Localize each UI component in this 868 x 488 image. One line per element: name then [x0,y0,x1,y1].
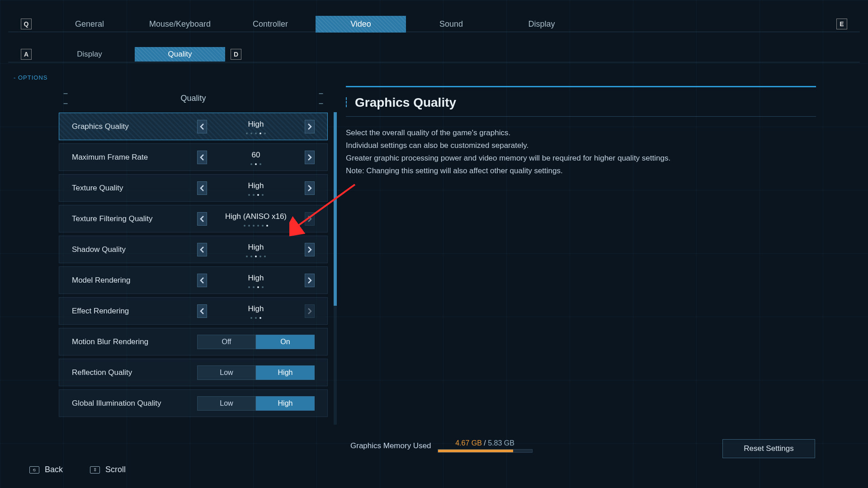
setting-row[interactable]: Texture Filtering QualityHigh (ANISO x16… [59,205,328,232]
decrease-arrow[interactable] [197,304,207,318]
setting-label: Texture Quality [72,184,197,193]
setting-value: High [207,181,305,190]
decrease-arrow[interactable] [197,243,207,256]
tab-display[interactable]: Display [496,16,587,33]
setting-row[interactable]: Reflection QualityLowHigh [59,359,328,386]
increase-arrow[interactable] [305,243,315,256]
info-description: Select the overall quality of the game's… [346,127,816,177]
setting-row[interactable]: Shadow QualityHigh [59,236,328,263]
next-subtab-key: D [231,49,241,60]
setting-value: High [207,120,305,129]
memory-bar [438,449,533,453]
setting-row[interactable]: Global Illumination QualityLowHigh [59,389,328,417]
increase-arrow[interactable] [305,212,315,226]
next-tab-key: E [836,19,847,29]
setting-value: High [207,243,305,252]
decrease-arrow[interactable] [197,120,207,133]
tab-mouse-keyboard[interactable]: Mouse/Keyboard [135,16,225,33]
tab-sound[interactable]: Sound [406,16,496,33]
prev-tab-key: Q [21,19,32,29]
graphics-memory-indicator: Graphics Memory Used 4.67 GB / 5.83 GB [350,439,533,453]
toggle-option[interactable]: Off [197,335,256,349]
decrease-arrow[interactable] [197,212,207,226]
decrease-arrow[interactable] [197,274,207,287]
esc-key-icon: ⎋ [29,466,39,474]
tab-controller[interactable]: Controller [225,16,316,33]
toggle-option[interactable]: High [256,396,315,411]
setting-row[interactable]: Effect RenderingHigh [59,297,328,325]
decrease-arrow[interactable] [197,151,207,164]
setting-label: Global Illumination Quality [72,399,197,408]
scrollbar-thumb[interactable] [334,112,337,306]
setting-value: High [207,304,305,313]
memory-label: Graphics Memory Used [350,441,431,450]
setting-label: Graphics Quality [72,122,197,131]
decrease-arrow[interactable] [197,181,207,195]
increase-arrow[interactable] [305,151,315,164]
scrollbar[interactable] [334,112,337,425]
increase-arrow[interactable] [305,181,315,195]
increase-arrow[interactable] [305,274,315,287]
tab-general[interactable]: General [44,16,135,33]
setting-label: Texture Filtering Quality [72,214,197,223]
breadcrumb: OPTIONS [14,74,47,81]
back-hint: ⎋ Back [29,465,63,474]
setting-value: High [207,274,305,283]
setting-label: Maximum Frame Rate [72,153,197,162]
section-header: –– Quality –– [59,86,328,111]
subtab-quality[interactable]: Quality [135,47,225,62]
toggle-option[interactable]: On [256,335,315,349]
setting-label: Reflection Quality [72,368,197,377]
setting-row[interactable]: Texture QualityHigh [59,174,328,202]
setting-row[interactable]: Motion Blur RenderingOffOn [59,328,328,355]
setting-value: High (ANISO x16) [207,212,305,221]
toggle-option[interactable]: High [256,365,315,380]
section-title: Quality [180,94,206,103]
mouse-scroll-icon: ⇳ [90,466,100,474]
info-title: Graphics Quality [346,95,816,117]
setting-row[interactable]: Model RenderingHigh [59,266,328,294]
subtab-display[interactable]: Display [44,47,135,62]
footer-hints: ⎋ Back ⇳ Scroll [29,465,126,474]
setting-label: Shadow Quality [72,245,197,254]
info-panel: Graphics Quality Select the overall qual… [346,86,816,425]
settings-panel: –– Quality –– Graphics QualityHighMaximu… [59,86,328,425]
scroll-hint: ⇳ Scroll [90,465,126,474]
reset-settings-button[interactable]: Reset Settings [722,439,815,458]
setting-label: Effect Rendering [72,307,197,316]
setting-label: Motion Blur Rendering [72,337,197,346]
increase-arrow[interactable] [305,304,315,318]
setting-label: Model Rendering [72,276,197,285]
memory-total: 5.83 GB [488,439,514,447]
toggle-option[interactable]: Low [197,365,256,380]
tab-video[interactable]: Video [316,16,406,33]
setting-row[interactable]: Graphics QualityHigh [59,113,328,140]
sub-tab-bar: A DisplayQuality D [8,47,860,62]
increase-arrow[interactable] [305,120,315,133]
toggle-option[interactable]: Low [197,396,256,411]
memory-used: 4.67 GB [455,439,482,447]
setting-value: 60 [207,151,305,160]
top-tab-bar: Q GeneralMouse/KeyboardControllerVideoSo… [8,16,860,32]
setting-row[interactable]: Maximum Frame Rate60 [59,143,328,171]
prev-subtab-key: A [21,49,32,60]
